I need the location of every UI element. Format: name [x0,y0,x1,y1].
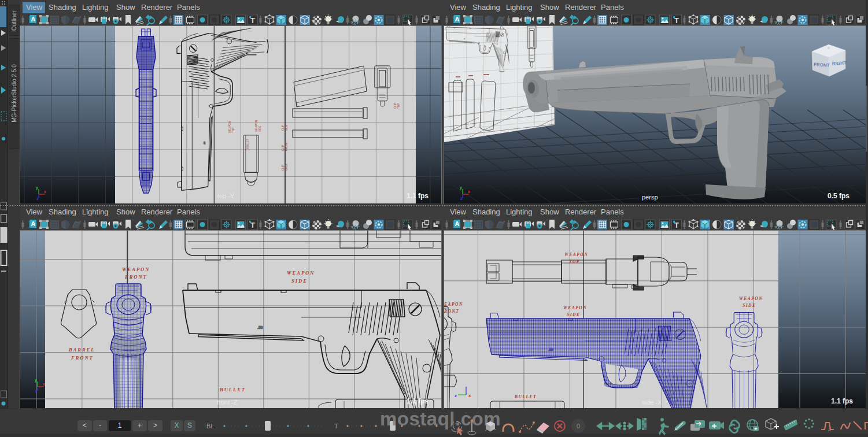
svg-text:.50: .50 [548,348,553,351]
svg-text:TOP: TOP [569,259,580,264]
svg-text:WEAPON: WEAPON [564,252,588,257]
svg-text:SIDE: SIDE [743,303,756,308]
svg-text:T: T [334,423,338,429]
svg-text:y: y [36,186,38,190]
svg-text:BULLET: BULLET [219,387,246,392]
svg-text:SIDE: SIDE [258,125,261,132]
svg-text:BARREL: BARREL [68,347,95,353]
svg-text:.50: .50 [464,38,465,39]
svg-text:BULLET: BULLET [514,394,537,399]
svg-text:x: x [44,190,46,194]
svg-text:BACK: BACK [285,164,288,171]
svg-text:FRONT: FRONT [124,274,147,280]
svg-text:z: z [455,393,457,398]
svg-text:WEAPON: WEAPON [563,305,587,310]
svg-text:TOP: TOP [232,128,235,133]
svg-text:z: z [35,389,38,392]
svg-text:EAPON: EAPON [444,302,463,307]
svg-text:SIDE: SIDE [285,124,288,131]
svg-text:.50: .50 [257,325,263,329]
svg-text:y: y [35,378,37,383]
svg-text:CLIP: CLIP [394,103,397,109]
svg-text:BULLET: BULLET [246,139,249,149]
svg-text:WEAPON: WEAPON [228,121,231,133]
svg-text:.50: .50 [203,141,206,145]
svg-text:FRONT: FRONT [285,142,288,151]
svg-text:A: A [828,428,831,432]
svg-text:0: 0 [577,423,580,429]
svg-text:x: x [43,382,45,386]
svg-text:RONT: RONT [444,309,459,314]
svg-text:WEAPON: WEAPON [255,120,258,132]
svg-text:WEAPON: WEAPON [739,296,763,301]
svg-text:SIDE: SIDE [291,278,308,284]
svg-text:x: x [468,393,471,398]
svg-text:WEAPON: WEAPON [287,270,315,276]
svg-text:CLIP: CLIP [282,165,285,171]
svg-text:RIGHT: RIGHT [832,60,847,66]
svg-text:y: y [460,186,462,190]
svg-text:FRONT: FRONT [71,355,94,361]
svg-text:x: x [468,190,470,194]
svg-text:SIDE: SIDE [567,312,581,317]
svg-text:TOP: TOP [397,103,400,109]
svg-text:FRONT: FRONT [814,62,830,68]
svg-text:CLIP: CLIP [282,125,285,131]
svg-text:z: z [36,197,39,200]
svg-text:WEAPON: WEAPON [122,266,150,272]
svg-text:CLIP: CLIP [282,145,285,151]
svg-text:z: z [460,197,463,200]
